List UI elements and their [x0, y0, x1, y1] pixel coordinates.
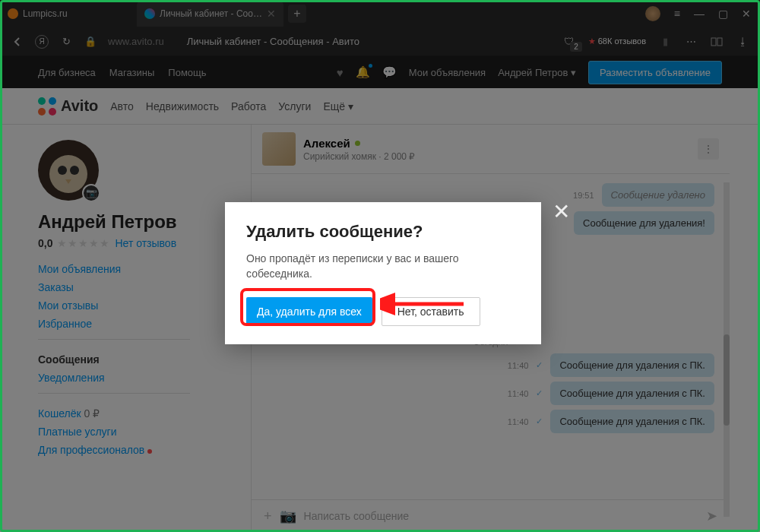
- delete-message-dialog: ✕ Удалить сообщение? Оно пропадёт из пер…: [225, 202, 541, 344]
- dialog-title: Удалить сообщение?: [246, 222, 520, 242]
- cancel-delete-button[interactable]: Нет, оставить: [382, 297, 480, 326]
- confirm-delete-button[interactable]: Да, удалить для всех: [246, 297, 372, 326]
- close-dialog-icon[interactable]: ✕: [553, 199, 570, 224]
- dialog-text: Оно пропадёт из переписки у вас и вашего…: [246, 251, 520, 282]
